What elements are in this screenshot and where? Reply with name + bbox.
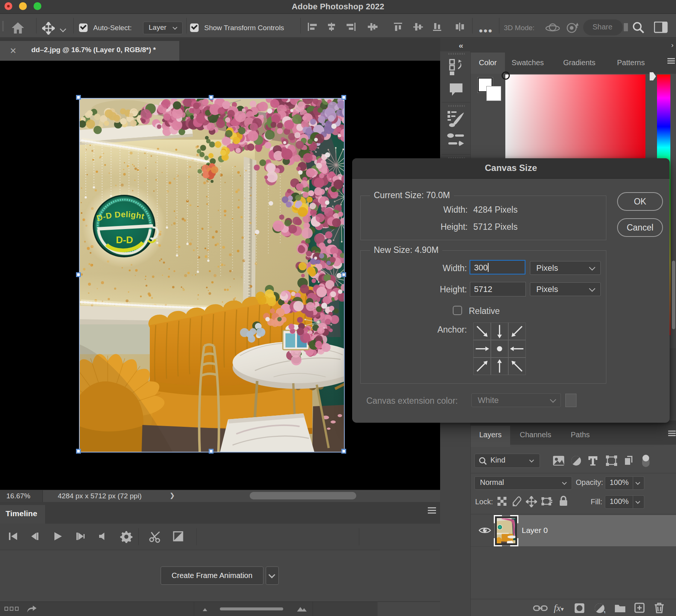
svg-text:▾: ▾ <box>604 609 605 614</box>
